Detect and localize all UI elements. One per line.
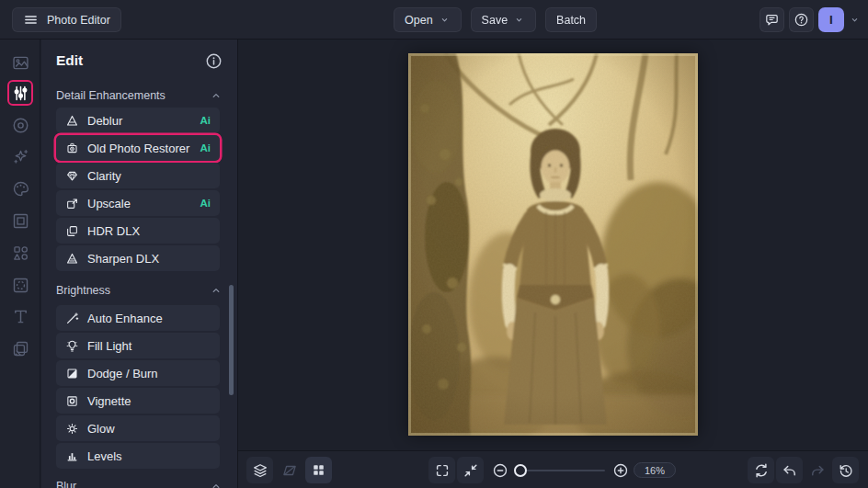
section-header-detail-enhancements[interactable]: Detail Enhancements [56,87,223,104]
rail-item-text[interactable] [7,303,33,329]
ai-badge: Ai [200,115,211,126]
zoom-level-field[interactable]: 16% [634,462,676,478]
tool-item-dodge-burn[interactable]: Dodge / Burn [56,360,220,386]
info-icon [205,52,223,70]
transform-icon [281,462,298,479]
tool-item-deblur[interactable]: Deblur Ai [56,108,220,133]
reset-icon [753,462,770,479]
grid-view-button[interactable] [305,457,332,483]
app-title: Photo Editor [47,14,110,27]
image-icon [11,53,30,73]
clarity-icon [65,169,79,183]
rail-item-graphics[interactable] [7,240,33,266]
fullscreen-button[interactable] [428,457,455,483]
transform-button[interactable] [276,457,303,483]
tool-item-fill-light[interactable]: Fill Light [56,333,220,358]
layers-icon [252,462,268,479]
rail-item-artsy[interactable] [7,176,33,201]
fit-to-screen-button[interactable] [457,457,484,483]
tool-item-clarity[interactable]: Clarity [56,163,220,188]
top-bar: Photo Editor Open Save Batch I [0,0,868,40]
reset-button[interactable] [748,457,774,483]
tool-item-upscale[interactable]: Upscale Ai [56,190,220,216]
undo-button[interactable] [776,457,803,483]
tool-item-levels[interactable]: Levels [56,443,220,469]
sparkles-icon [11,147,30,166]
canvas-image[interactable] [408,53,698,436]
lightbulb-icon [65,339,79,353]
hdr-icon [65,224,79,238]
redo-icon [809,462,826,479]
zoom-in-icon [612,462,629,479]
fit-screen-icon [463,462,479,479]
zoom-in-button[interactable] [607,457,634,483]
save-button[interactable]: Save [471,7,537,32]
zoom-out-icon [492,462,508,479]
rail-item-frames[interactable] [7,208,33,233]
zoom-out-button[interactable] [486,457,513,483]
section-header-brightness[interactable]: Brightness [56,282,223,299]
canvas-toolbar: 16% [237,450,868,488]
tool-item-hdr-dlx[interactable]: HDR DLX [56,218,220,244]
old-photo-restorer-icon [65,142,79,155]
fullscreen-icon [434,462,451,479]
glow-icon [65,422,79,436]
panel-info-button[interactable] [204,51,223,70]
user-avatar[interactable]: I [818,7,844,32]
rail-item-effects[interactable] [7,143,33,169]
chevron-down-icon [849,14,861,26]
tool-item-vignette[interactable]: Vignette [56,388,220,414]
magic-wand-icon [65,312,79,325]
levels-icon [65,449,79,463]
layers-button[interactable] [246,457,273,483]
zoom-slider-handle[interactable] [514,464,527,477]
overlays-icon [11,339,30,358]
rail-item-touch-up[interactable] [7,112,33,138]
tool-item-auto-enhance[interactable]: Auto Enhance [56,305,220,331]
text-icon [11,307,30,326]
history-button[interactable] [832,457,859,483]
main-menu-button[interactable]: Photo Editor [12,7,121,32]
chevron-down-icon [513,14,525,26]
undo-icon [782,462,798,479]
app-window: Photo Editor Open Save Batch I [0,0,868,488]
canvas-area [237,40,868,450]
rail-item-edit[interactable] [7,80,33,106]
tool-item-glow[interactable]: Glow [56,415,220,441]
texture-icon [11,276,30,295]
rail-item-overlays[interactable] [7,335,33,361]
shapes-icon [11,244,30,263]
history-icon [838,462,854,479]
redo-button[interactable] [804,457,830,483]
help-icon [794,12,809,28]
feedback-button[interactable] [760,7,784,32]
zoom-slider-track[interactable] [516,470,605,471]
account-area: I [760,7,861,32]
tool-item-old-photo-restorer[interactable]: Old Photo Restorer Ai [56,135,220,161]
chevron-up-icon [210,284,223,297]
file-actions: Open Save Batch [394,7,597,32]
sliders-icon [11,84,30,103]
dodge-burn-icon [65,367,79,380]
hamburger-icon [23,12,39,28]
rail-item-textures[interactable] [7,272,33,298]
batch-button[interactable]: Batch [545,7,597,32]
palette-icon [11,179,30,199]
deblur-icon [65,114,79,128]
sharpen-icon [65,252,79,266]
panel-scrollbar[interactable] [229,285,234,395]
help-button[interactable] [789,7,814,32]
rail-item-image-manager[interactable] [7,50,33,75]
panel-title: Edit [56,52,83,69]
chevron-down-icon [439,14,451,26]
chevron-up-icon [210,89,223,102]
ai-badge: Ai [200,198,211,209]
tool-item-sharpen-dlx[interactable]: Sharpen DLX [56,245,220,271]
open-button[interactable]: Open [394,7,462,32]
section-header-blur[interactable]: Blur [56,478,223,488]
account-menu-button[interactable] [849,14,861,26]
upscale-icon [65,197,79,210]
tool-rail [0,40,40,488]
comment-icon [764,12,780,28]
eye-icon [11,116,30,135]
